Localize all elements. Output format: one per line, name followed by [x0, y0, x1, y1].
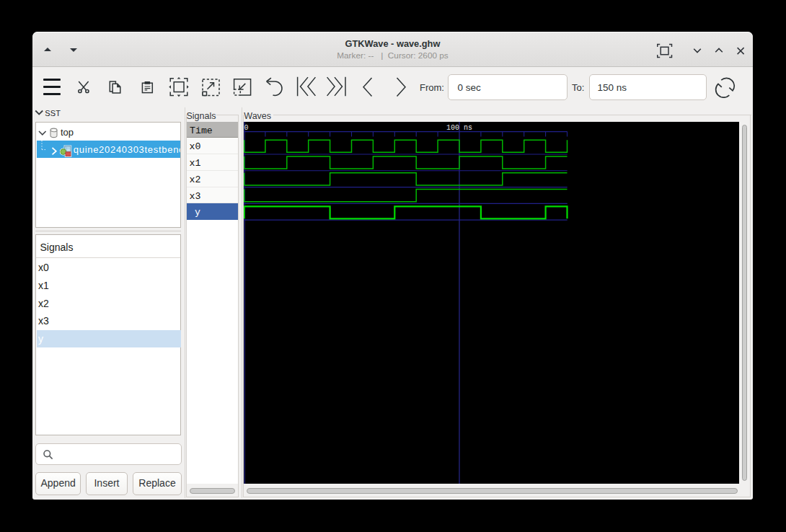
- svg-text:100 ns: 100 ns: [446, 124, 472, 132]
- svg-text:0: 0: [244, 124, 249, 132]
